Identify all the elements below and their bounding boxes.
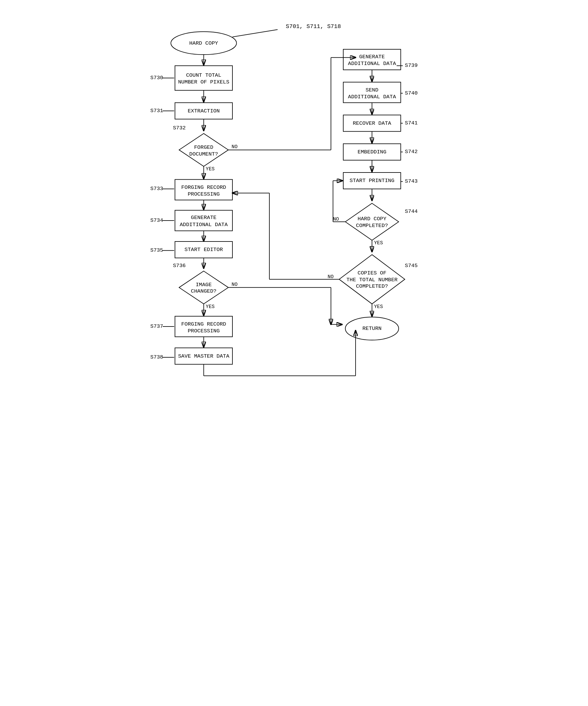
forged-doc-label2: DOCUMENT? (189, 151, 218, 157)
s701-label: S701, S711, S718 (286, 23, 341, 30)
gen-add-label1a: GENERATE (191, 215, 216, 221)
send-add-label2: ADDITIONAL DATA (348, 94, 396, 100)
gen-add-label2a: GENERATE (359, 54, 385, 60)
yes-label-1: YES (206, 166, 215, 172)
flowchart-container: text { font-family: 'Courier New', Couri… (109, 12, 479, 706)
s732-label: S732 (173, 125, 186, 131)
copies-comp-label1: COPIES OF (358, 270, 387, 276)
return-label: RETURN (362, 325, 381, 331)
extraction-label: EXTRACTION (188, 108, 220, 114)
gen-add-label1b: ADDITIONAL DATA (180, 222, 228, 228)
hard-copy-comp-label1: HARD COPY (358, 216, 387, 222)
save-master-label: SAVE MASTER DATA (178, 353, 229, 359)
svg-line-1 (233, 30, 278, 37)
s740-label: S740 (405, 90, 418, 96)
embedding-label: EMBEDDING (358, 149, 387, 155)
forged-doc-label1: FORGED (194, 145, 213, 150)
s734-label: S734 (150, 218, 163, 223)
start-printing-label: START PRINTING (350, 178, 395, 184)
s730-label: S730 (150, 75, 163, 81)
yes-label-2: YES (206, 304, 215, 310)
forging-record-label2a: FORGING RECORD (181, 321, 226, 327)
s737-label: S737 (150, 323, 163, 329)
no-label-1: NO (232, 144, 237, 150)
yes-label-3: YES (374, 240, 383, 246)
start-editor-label: START EDITOR (184, 247, 223, 252)
s733-label: S733 (150, 186, 163, 192)
recover-data-label: RECOVER DATA (353, 120, 391, 126)
s735-label: S735 (150, 247, 163, 253)
s743-label: S743 (405, 178, 418, 184)
s738-label: S738 (150, 354, 163, 360)
hard-copy-comp-label2: COMPLETED? (356, 223, 388, 229)
send-add-label1: SEND (366, 87, 379, 93)
gen-add-label2b: ADDITIONAL DATA (348, 61, 396, 67)
count-pixels-label2: NUMBER OF PIXELS (178, 79, 229, 85)
no-label-4: NO (328, 274, 333, 280)
s741-label: S741 (405, 120, 418, 126)
copies-comp-label3: COMPLETED? (356, 283, 388, 289)
yes-label-4: YES (374, 304, 383, 310)
s739-label: S739 (405, 63, 418, 68)
s731-label: S731 (150, 108, 163, 114)
forging-record-label1a: FORGING RECORD (181, 185, 226, 190)
image-changed-label1: IMAGE (196, 282, 212, 288)
s745-label: S745 (405, 263, 418, 269)
s736-label: S736 (173, 263, 186, 269)
count-pixels-label: COUNT TOTAL (186, 72, 221, 78)
s744-label: S744 (405, 208, 418, 214)
forging-record-label2b: PROCESSING (188, 328, 220, 334)
flowchart-svg: text { font-family: 'Courier New', Couri… (109, 12, 479, 706)
image-changed-label2: CHANGED? (191, 288, 216, 294)
hard-copy-label: HARD COPY (189, 40, 218, 46)
copies-comp-label2: THE TOTAL NUMBER (346, 277, 397, 283)
forging-record-label1b: PROCESSING (188, 191, 220, 197)
no-label-3: NO (333, 217, 339, 222)
no-label-2: NO (232, 282, 237, 287)
s742-label: S742 (405, 149, 418, 155)
